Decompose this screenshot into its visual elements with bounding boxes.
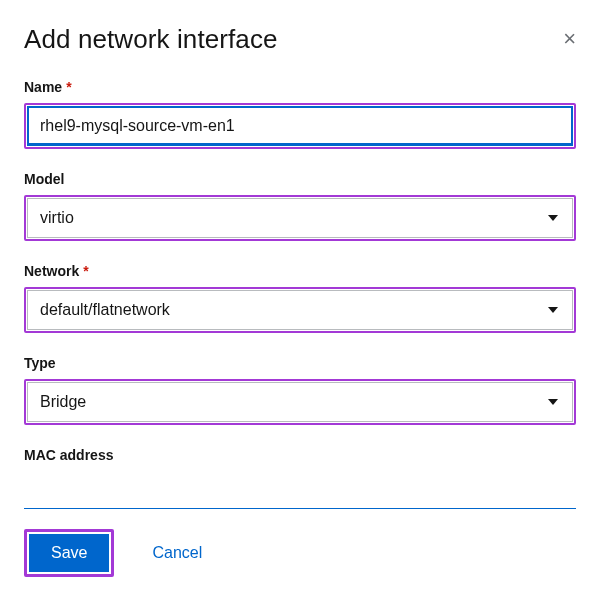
mac-label: MAC address: [24, 447, 576, 463]
type-label: Type: [24, 355, 576, 371]
name-label: Name*: [24, 79, 576, 95]
model-select[interactable]: virtio: [27, 198, 573, 238]
chevron-down-icon: [548, 215, 558, 221]
mac-field: MAC address: [24, 447, 576, 509]
network-highlight: default/flatnetwork: [24, 287, 576, 333]
add-network-interface-dialog: Add network interface × Name* Model virt…: [0, 0, 600, 597]
save-highlight: Save: [24, 529, 114, 577]
dialog-header: Add network interface ×: [24, 24, 576, 55]
model-select-value: virtio: [40, 209, 74, 227]
chevron-down-icon: [548, 399, 558, 405]
model-highlight: virtio: [24, 195, 576, 241]
close-button[interactable]: ×: [563, 24, 576, 50]
type-highlight: Bridge: [24, 379, 576, 425]
network-label: Network*: [24, 263, 576, 279]
name-input[interactable]: [27, 106, 573, 146]
mac-input[interactable]: [24, 471, 576, 509]
dialog-actions: Save Cancel: [24, 529, 576, 577]
save-button[interactable]: Save: [29, 534, 109, 572]
name-label-text: Name: [24, 79, 62, 95]
name-highlight: [24, 103, 576, 149]
model-field: Model virtio: [24, 171, 576, 241]
type-select[interactable]: Bridge: [27, 382, 573, 422]
close-icon: ×: [563, 26, 576, 51]
network-label-text: Network: [24, 263, 79, 279]
required-indicator: *: [83, 263, 88, 279]
model-label: Model: [24, 171, 576, 187]
cancel-button[interactable]: Cancel: [144, 534, 210, 572]
network-select-value: default/flatnetwork: [40, 301, 170, 319]
name-field: Name*: [24, 79, 576, 149]
dialog-title: Add network interface: [24, 24, 278, 55]
required-indicator: *: [66, 79, 71, 95]
network-select[interactable]: default/flatnetwork: [27, 290, 573, 330]
type-field: Type Bridge: [24, 355, 576, 425]
chevron-down-icon: [548, 307, 558, 313]
type-select-value: Bridge: [40, 393, 86, 411]
network-field: Network* default/flatnetwork: [24, 263, 576, 333]
